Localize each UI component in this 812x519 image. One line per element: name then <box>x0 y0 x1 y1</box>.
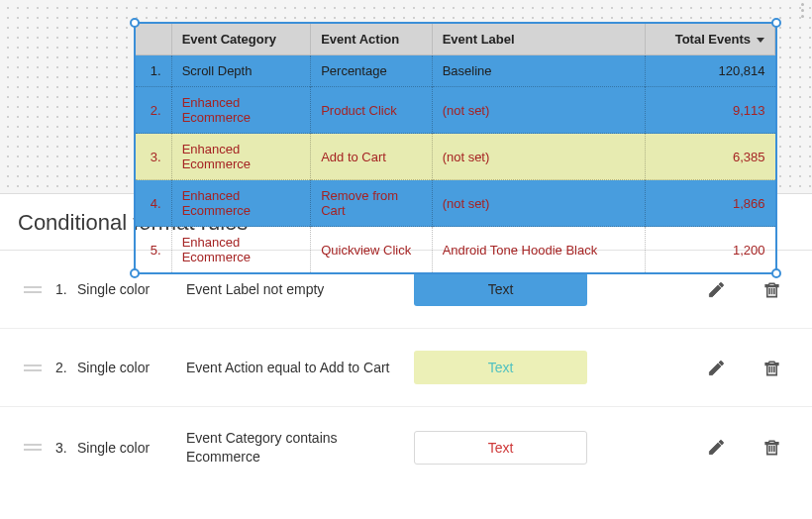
resize-handle-bottom-right[interactable] <box>771 268 781 278</box>
delete-button[interactable] <box>755 351 788 384</box>
format-swatch: Text <box>414 272 587 306</box>
table-row[interactable]: 1.Scroll DepthPercentageBaseline120,814 <box>136 55 775 87</box>
cell-label: Baseline <box>432 55 646 87</box>
table-row[interactable]: 5.Enhanced EcommerceQuickview ClickAndro… <box>136 227 775 273</box>
cell-category: Enhanced Ecommerce <box>171 180 311 227</box>
rule-index: 1. <box>55 281 77 297</box>
cell-total: 1,200 <box>646 227 775 273</box>
row-index: 2. <box>136 87 171 134</box>
cell-action: Product Click <box>311 87 432 134</box>
rule-type: Single color <box>77 281 186 297</box>
row-index: 3. <box>136 134 171 180</box>
data-table: Event Category Event Action Event Label … <box>136 24 775 272</box>
table-row[interactable]: 2.Enhanced EcommerceProduct Click(not se… <box>136 87 775 134</box>
cell-total: 120,814 <box>646 55 775 87</box>
delete-button[interactable] <box>755 431 788 465</box>
cell-category: Scroll Depth <box>171 55 311 87</box>
cell-total: 6,385 <box>646 134 775 180</box>
drag-handle-icon[interactable] <box>24 444 42 451</box>
format-rule: 2.Single colorEvent Action equal to Add … <box>0 329 812 407</box>
col-header-category[interactable]: Event Category <box>171 24 311 55</box>
rule-type: Single color <box>77 440 186 456</box>
format-rule: 3.Single colorEvent Category contains Ec… <box>0 407 812 488</box>
canvas-area: Event Category Event Action Event Label … <box>0 0 812 193</box>
rule-condition: Event Action equal to Add to Cart <box>186 359 414 377</box>
cell-total: 1,866 <box>646 180 775 227</box>
cell-label: (not set) <box>432 134 646 180</box>
cell-category: Enhanced Ecommerce <box>171 227 311 273</box>
table-row[interactable]: 3.Enhanced EcommerceAdd to Cart(not set)… <box>136 134 775 180</box>
cell-action: Quickview Click <box>311 227 432 273</box>
kebab-icon[interactable] <box>796 3 808 18</box>
table-header-row: Event Category Event Action Event Label … <box>136 24 775 55</box>
cell-category: Enhanced Ecommerce <box>171 134 311 180</box>
drag-handle-icon[interactable] <box>24 364 42 371</box>
data-table-selection[interactable]: Event Category Event Action Event Label … <box>134 22 777 274</box>
rules-list: 1.Single colorEvent Label not emptyText2… <box>0 251 812 488</box>
drag-handle-icon[interactable] <box>24 286 42 293</box>
cell-action: Percentage <box>311 55 432 87</box>
col-header-label[interactable]: Event Label <box>432 24 646 55</box>
cell-label: (not set) <box>432 87 646 134</box>
cell-action: Remove from Cart <box>311 180 432 227</box>
cell-label: Android Tone Hoodie Black <box>432 227 646 273</box>
col-header-total[interactable]: Total Events <box>646 24 775 55</box>
edit-button[interactable] <box>699 272 733 306</box>
row-index: 1. <box>136 55 171 87</box>
resize-handle-top-right[interactable] <box>771 18 781 28</box>
row-index: 5. <box>136 227 171 273</box>
delete-button[interactable] <box>755 272 788 306</box>
col-header-action[interactable]: Event Action <box>311 24 432 55</box>
sort-desc-icon <box>757 38 764 43</box>
rule-index: 3. <box>55 440 77 456</box>
edit-button[interactable] <box>699 431 733 465</box>
edit-button[interactable] <box>699 351 733 384</box>
resize-handle-top-left[interactable] <box>130 18 140 28</box>
resize-handle-bottom-left[interactable] <box>130 268 140 278</box>
col-header-index[interactable] <box>136 24 171 55</box>
rule-type: Single color <box>77 360 186 375</box>
rule-index: 2. <box>55 360 77 375</box>
rule-condition: Event Label not empty <box>186 280 414 299</box>
cell-total: 9,113 <box>646 87 775 134</box>
table-row[interactable]: 4.Enhanced EcommerceRemove from Cart(not… <box>136 180 775 227</box>
row-index: 4. <box>136 180 171 227</box>
format-swatch: Text <box>414 351 587 384</box>
rule-condition: Event Category contains Ecommerce <box>186 429 414 467</box>
format-swatch: Text <box>414 431 587 465</box>
cell-action: Add to Cart <box>311 134 432 180</box>
cell-label: (not set) <box>432 180 646 227</box>
cell-category: Enhanced Ecommerce <box>171 87 311 134</box>
